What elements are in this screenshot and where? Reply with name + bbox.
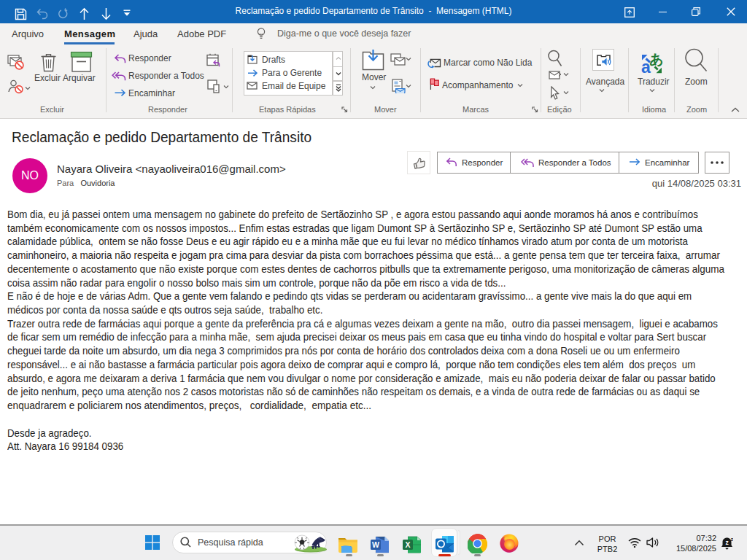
svg-text:z: z	[731, 537, 733, 542]
svg-text:あ: あ	[649, 52, 663, 67]
svg-text:X: X	[405, 540, 410, 548]
svg-text:W: W	[372, 540, 379, 548]
svg-text:z: z	[726, 539, 729, 546]
